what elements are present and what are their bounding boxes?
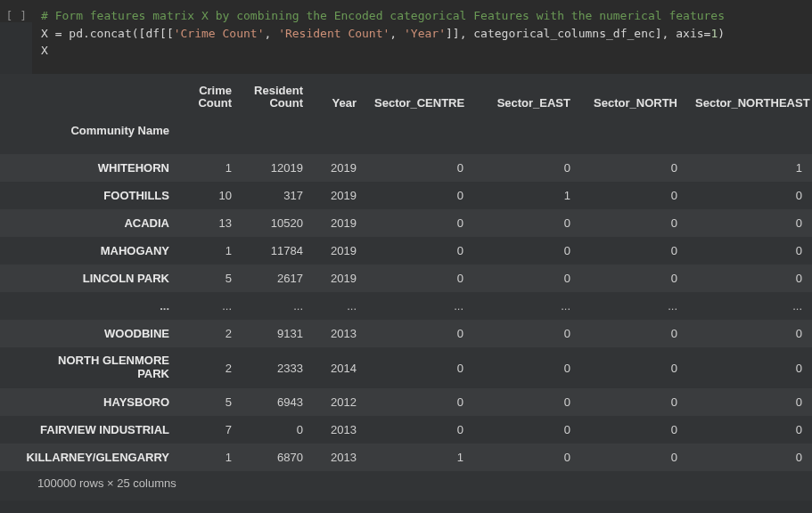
cell: 10520: [241, 209, 312, 237]
cell: 1: [472, 182, 579, 209]
cell: 1: [178, 444, 241, 471]
cell-output: CrimeCount ResidentCount Year Sector_CEN…: [0, 74, 812, 501]
table-row: LINCOLN PARK5261720190000: [0, 265, 812, 292]
cell: 0: [579, 416, 686, 444]
row-index: WHITEHORN: [0, 154, 178, 182]
code-string: 'Year': [404, 27, 446, 40]
cell: 5: [178, 388, 241, 416]
cell: 2019: [312, 237, 365, 265]
code-token: ,: [390, 27, 404, 40]
table-row: ........................: [0, 292, 812, 320]
row-index: HAYSBORO: [0, 388, 178, 416]
cell: 0: [365, 416, 472, 444]
table-row: WOODBINE2913120130000: [0, 320, 812, 347]
cell: 0: [472, 154, 579, 182]
code-token: X: [41, 44, 48, 57]
code-token: ): [718, 27, 725, 40]
dataframe-dims: 100000 rows × 25 columns: [0, 471, 812, 501]
table-row: HAYSBORO5694320120000: [0, 388, 812, 416]
cell: 2617: [241, 265, 312, 292]
cell: 0: [579, 320, 686, 347]
code-token: ]], categorical_columns_df_enc], axis=: [446, 27, 710, 40]
col-header: ResidentCount: [241, 74, 312, 120]
index-name: Community Name: [0, 119, 178, 154]
cell: 2: [178, 347, 241, 388]
col-header: Sector_CENTRE: [365, 74, 472, 120]
cell: 0: [579, 154, 686, 182]
col-header: Sector_NORTHEAST: [686, 74, 811, 120]
table-row: NORTH GLENMOREPARK2233320140000: [0, 347, 812, 388]
cell: 2019: [312, 154, 365, 182]
cell: 2012: [312, 388, 365, 416]
table-header: CrimeCount ResidentCount Year Sector_CEN…: [0, 74, 812, 155]
cell: 0: [472, 388, 579, 416]
cell: 0: [579, 347, 686, 388]
code-cell: [ ] # Form features matrix X by combinin…: [0, 0, 812, 74]
cell: 0: [472, 265, 579, 292]
col-header: Year: [312, 74, 365, 120]
cell: 2019: [312, 209, 365, 237]
cell-gutter[interactable]: [ ]: [0, 0, 32, 22]
cell: 0: [686, 265, 811, 292]
cell: 0: [365, 209, 472, 237]
cell: ...: [472, 292, 579, 320]
cell: 0: [686, 347, 811, 388]
cell: 6870: [241, 444, 312, 471]
code-editor[interactable]: # Form features matrix X by combining th…: [32, 0, 812, 74]
table-row: ACADIA131052020190000: [0, 209, 812, 237]
cell: 6943: [241, 388, 312, 416]
dataframe-table: CrimeCount ResidentCount Year Sector_CEN…: [0, 74, 812, 472]
code-comment: # Form features matrix X by combining th…: [41, 9, 725, 22]
cell: 0: [579, 444, 686, 471]
cell: 0: [579, 388, 686, 416]
row-index: KILLARNEY/GLENGARRY: [0, 444, 178, 471]
cell: 9131: [241, 320, 312, 347]
row-index: FOOTHILLS: [0, 182, 178, 209]
cell: 1: [686, 154, 811, 182]
cell: 2019: [312, 182, 365, 209]
cell: 0: [686, 416, 811, 444]
cell: 10: [178, 182, 241, 209]
cell: 0: [472, 237, 579, 265]
cell: 0: [472, 209, 579, 237]
table-row: FAIRVIEW INDUSTRIAL7020130000: [0, 416, 812, 444]
cell: 1: [365, 444, 472, 471]
cell: 0: [686, 237, 811, 265]
cell: 0: [579, 182, 686, 209]
cell: ...: [686, 292, 811, 320]
cell: 2333: [241, 347, 312, 388]
table-row: FOOTHILLS1031720190100: [0, 182, 812, 209]
cell: 0: [686, 388, 811, 416]
cell: 0: [365, 182, 472, 209]
row-index: ACADIA: [0, 209, 178, 237]
cell: ...: [178, 292, 241, 320]
cell: 0: [686, 444, 811, 471]
cell: 0: [365, 388, 472, 416]
header-blank: [0, 74, 178, 120]
cell: ...: [241, 292, 312, 320]
row-index: NORTH GLENMOREPARK: [0, 347, 178, 388]
cell: 12019: [241, 154, 312, 182]
cell: 5: [178, 265, 241, 292]
cell: 1: [178, 154, 241, 182]
cell: 0: [579, 237, 686, 265]
cell: 0: [365, 320, 472, 347]
cell: 13: [178, 209, 241, 237]
table-row: WHITEHORN11201920190001: [0, 154, 812, 182]
row-index: MAHOGANY: [0, 237, 178, 265]
row-index: ...: [0, 292, 178, 320]
cell: 1: [178, 237, 241, 265]
cell: 2: [178, 320, 241, 347]
cell: 0: [472, 347, 579, 388]
cell: 317: [241, 182, 312, 209]
cell: 0: [241, 416, 312, 444]
cell: 0: [365, 347, 472, 388]
cell: 0: [686, 182, 811, 209]
table-row: MAHOGANY11178420190000: [0, 237, 812, 265]
cell: 0: [579, 209, 686, 237]
cell: 7: [178, 416, 241, 444]
col-header: CrimeCount: [178, 74, 241, 120]
col-header: Sector_EAST: [472, 74, 579, 120]
cell: 0: [579, 265, 686, 292]
cell: ...: [312, 292, 365, 320]
